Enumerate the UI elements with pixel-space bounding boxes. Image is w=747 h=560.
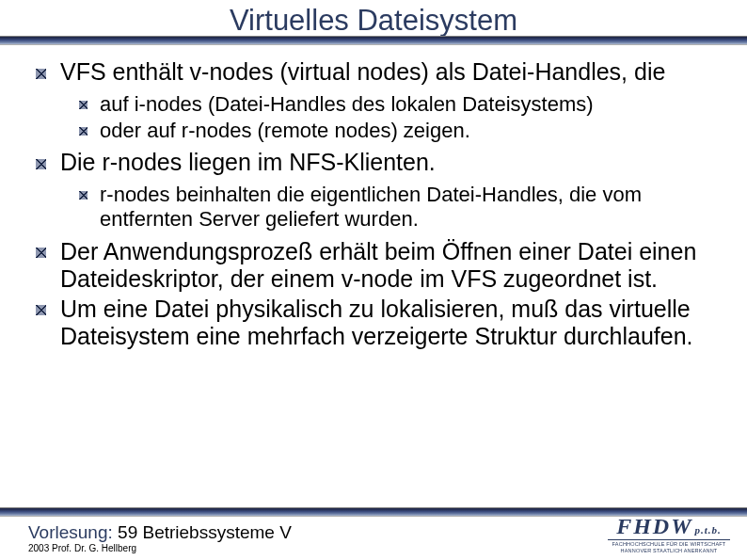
sub-bullet-list: auf i-nodes (Datei-Handles des lokalen D… <box>60 92 715 144</box>
lecture-label: Vorlesung: <box>28 522 113 542</box>
copyright: 2003 Prof. Dr. G. Hellberg <box>28 543 136 553</box>
sub-bullet-text: oder auf r-nodes (remote nodes) zeigen. <box>100 119 470 142</box>
footer: Vorlesung: 59 Betriebssysteme V 2003 Pro… <box>0 507 747 560</box>
logo-sub-line: HANNOVER STAATLICH ANERKANNT <box>608 548 730 554</box>
sub-bullet-list: r-nodes beinhalten die eigentlichen Date… <box>60 183 715 232</box>
bullet-text: Die r-nodes liegen im NFS-Klienten. <box>60 149 436 175</box>
bullet-text: Um eine Datei physikalisch zu lokalisier… <box>60 296 693 350</box>
bullet-item: Die r-nodes liegen im NFS-Klienten. r-no… <box>56 149 715 232</box>
bullet-item: Der Anwendungsprozeß erhält beim Öffnen … <box>56 238 715 294</box>
logo-name: FHDW <box>616 514 692 538</box>
logo-subtitle: FACHHOCHSCHULE FÜR DIE WIRTSCHAFT HANNOV… <box>608 539 730 553</box>
bullet-list: VFS enthält v-nodes (virtual nodes) als … <box>32 58 715 351</box>
title-rule <box>0 36 747 45</box>
sub-bullet-item: r-nodes beinhalten die eigentlichen Date… <box>98 183 715 232</box>
bullet-text: Der Anwendungsprozeß erhält beim Öffnen … <box>60 238 696 293</box>
bullet-item: VFS enthält v-nodes (virtual nodes) als … <box>56 58 715 143</box>
logo-text: FHDWp.t.b. <box>608 515 730 537</box>
bullet-text: VFS enthält v-nodes (virtual nodes) als … <box>60 58 665 85</box>
sub-bullet-item: auf i-nodes (Datei-Handles des lokalen D… <box>98 92 715 117</box>
lecture-text: 59 Betriebssysteme V <box>113 522 292 542</box>
logo-ext: p.t.b. <box>695 524 722 536</box>
slide-title: Virtuelles Dateisystem <box>0 0 747 40</box>
sub-bullet-text: auf i-nodes (Datei-Handles des lokalen D… <box>100 92 594 116</box>
bullet-item: Um eine Datei physikalisch zu lokalisier… <box>56 296 715 351</box>
logo-sub-line: FACHHOCHSCHULE FÜR DIE WIRTSCHAFT <box>608 541 730 548</box>
sub-bullet-text: r-nodes beinhalten die eigentlichen Date… <box>100 183 642 231</box>
logo: FHDWp.t.b. FACHHOCHSCHULE FÜR DIE WIRTSC… <box>608 515 730 553</box>
lecture-line: Vorlesung: 59 Betriebssysteme V <box>28 522 292 543</box>
title-area: Virtuelles Dateisystem <box>0 0 747 45</box>
footer-content: Vorlesung: 59 Betriebssysteme V 2003 Pro… <box>0 517 747 560</box>
slide: Virtuelles Dateisystem VFS enthält v-nod… <box>0 0 747 560</box>
sub-bullet-item: oder auf r-nodes (remote nodes) zeigen. <box>98 119 715 143</box>
content-area: VFS enthält v-nodes (virtual nodes) als … <box>0 45 747 351</box>
